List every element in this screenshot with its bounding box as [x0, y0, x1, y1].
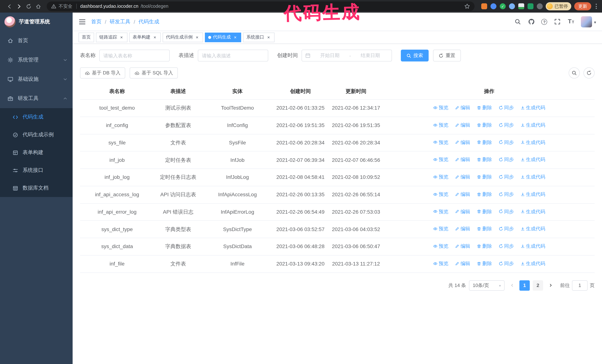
sync-link[interactable]: 同步 [499, 191, 514, 198]
sync-link[interactable]: 同步 [499, 260, 514, 267]
tab-codegen[interactable]: 代码生成 [205, 32, 241, 42]
date-range-picker[interactable]: 开始日期 - 结束日期 [301, 50, 392, 62]
refresh-table-button[interactable] [583, 67, 595, 79]
edit-link[interactable]: 编辑 [455, 242, 470, 250]
edit-link[interactable]: 编辑 [455, 260, 470, 267]
preview-link[interactable]: 预览 [433, 242, 448, 250]
generate-code-link[interactable]: 生成代码 [520, 104, 545, 111]
browser-forward-icon[interactable] [14, 1, 24, 11]
generate-code-link[interactable]: 生成代码 [520, 122, 545, 129]
tab-trace[interactable]: 链路追踪 [96, 32, 128, 42]
page-button-2[interactable]: 2 [533, 280, 543, 291]
extension-icon[interactable] [500, 3, 506, 9]
help-icon[interactable] [541, 19, 547, 25]
sidebar-subitem-codegen-example[interactable]: 代码生成示例 [0, 126, 73, 144]
sidebar-subitem-codegen[interactable]: 代码生成 [0, 108, 73, 126]
tab-form-builder[interactable]: 表单构建 [129, 32, 161, 42]
font-size-icon[interactable] [567, 18, 575, 25]
chrome-update-button[interactable]: 更新 [574, 2, 591, 10]
close-icon[interactable] [119, 35, 124, 40]
generate-code-link[interactable]: 生成代码 [520, 260, 545, 267]
close-icon[interactable] [266, 35, 271, 40]
preview-link[interactable]: 预览 [433, 225, 448, 233]
next-page-button[interactable] [546, 280, 555, 291]
sidebar-item-home[interactable]: 首页 [0, 31, 73, 50]
sidebar-item-devtools[interactable]: 研发工具 [0, 89, 73, 108]
close-icon[interactable] [194, 35, 200, 40]
delete-link[interactable]: 删除 [477, 173, 492, 180]
generate-code-link[interactable]: 生成代码 [520, 242, 545, 250]
breadcrumb-devtools[interactable]: 研发工具 [110, 18, 130, 25]
prev-page-button[interactable] [507, 280, 516, 291]
delete-link[interactable]: 删除 [477, 139, 492, 146]
edit-link[interactable]: 编辑 [455, 225, 470, 233]
reset-button[interactable]: 重置 [433, 50, 461, 62]
generate-code-link[interactable]: 生成代码 [520, 156, 545, 163]
preview-link[interactable]: 预览 [433, 173, 448, 180]
edit-link[interactable]: 编辑 [455, 104, 470, 111]
preview-link[interactable]: 预览 [433, 208, 448, 215]
user-menu[interactable] [581, 16, 596, 27]
edit-link[interactable]: 编辑 [455, 122, 470, 129]
delete-link[interactable]: 删除 [477, 225, 492, 233]
toggle-search-button[interactable] [569, 67, 580, 79]
preview-link[interactable]: 预览 [433, 122, 448, 129]
delete-link[interactable]: 删除 [477, 156, 492, 163]
preview-link[interactable]: 预览 [433, 191, 448, 198]
extension-icon[interactable] [491, 3, 496, 9]
delete-link[interactable]: 删除 [477, 208, 492, 215]
generate-code-link[interactable]: 生成代码 [520, 225, 545, 233]
browser-menu-icon[interactable] [595, 2, 598, 10]
sidebar-item-infrastructure[interactable]: 基础设施 [0, 70, 73, 89]
sync-link[interactable]: 同步 [499, 242, 514, 250]
sync-link[interactable]: 同步 [499, 104, 514, 111]
delete-link[interactable]: 删除 [477, 260, 492, 267]
generate-code-link[interactable]: 生成代码 [520, 208, 545, 215]
sidebar-toggle-icon[interactable] [78, 18, 86, 25]
edit-link[interactable]: 编辑 [455, 173, 470, 180]
generate-code-link[interactable]: 生成代码 [520, 139, 545, 146]
import-db-button[interactable]: 基于 DB 导入 [80, 67, 125, 79]
generate-code-link[interactable]: 生成代码 [520, 191, 545, 198]
generate-code-link[interactable]: 生成代码 [520, 173, 545, 180]
delete-link[interactable]: 删除 [477, 122, 492, 129]
sync-link[interactable]: 同步 [499, 122, 514, 129]
sidebar-subitem-form-builder[interactable]: 表单构建 [0, 144, 73, 161]
sync-link[interactable]: 同步 [499, 208, 514, 215]
github-icon[interactable] [528, 18, 535, 25]
edit-link[interactable]: 编辑 [455, 191, 470, 198]
close-icon[interactable] [233, 35, 238, 40]
edit-link[interactable]: 编辑 [455, 139, 470, 146]
profile-paused-badge[interactable]: 已暂停 [546, 2, 571, 10]
preview-link[interactable]: 预览 [433, 260, 448, 267]
extension-icon[interactable] [527, 3, 533, 9]
sync-link[interactable]: 同步 [499, 139, 514, 146]
page-button-1[interactable]: 1 [519, 280, 530, 291]
delete-link[interactable]: 删除 [477, 242, 492, 250]
delete-link[interactable]: 删除 [477, 104, 492, 111]
table-desc-input[interactable] [198, 50, 268, 62]
tab-home[interactable]: 首页 [78, 32, 94, 42]
browser-home-icon[interactable] [33, 1, 43, 11]
close-icon[interactable] [152, 35, 157, 40]
table-name-input[interactable] [99, 50, 170, 62]
preview-link[interactable]: 预览 [433, 139, 448, 146]
breadcrumb-home[interactable]: 首页 [91, 18, 101, 25]
extension-icon[interactable] [509, 3, 515, 9]
goto-input[interactable] [572, 280, 588, 291]
sidebar-item-system[interactable]: 系统管理 [0, 50, 73, 70]
preview-link[interactable]: 预览 [433, 104, 448, 111]
browser-reload-icon[interactable] [24, 1, 33, 11]
import-sql-button[interactable]: 基于 SQL 导入 [130, 67, 178, 79]
extension-icon[interactable] [518, 3, 524, 9]
tab-system-api[interactable]: 系统接口 [243, 32, 275, 42]
sidebar-subitem-db-doc[interactable]: 数据库文档 [0, 179, 73, 197]
search-icon[interactable] [514, 18, 521, 25]
sidebar-subitem-system-api[interactable]: 系统接口 [0, 161, 73, 179]
edit-link[interactable]: 编辑 [455, 208, 470, 215]
browser-back-icon[interactable] [4, 1, 14, 11]
search-button[interactable]: 搜索 [401, 50, 429, 62]
sync-link[interactable]: 同步 [499, 173, 514, 180]
bookmark-star-icon[interactable] [464, 3, 470, 9]
page-size-select[interactable]: 10条/页 [469, 280, 505, 291]
